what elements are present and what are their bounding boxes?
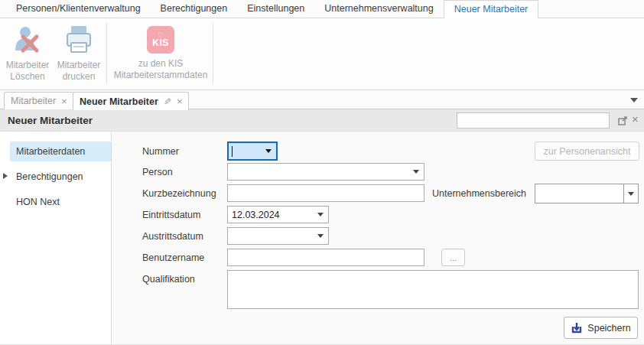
ribbon-tab-einstellungen[interactable]: Einstellungen [237,0,314,18]
kurzbezeichnung-label: Kurzbezeichnung [142,188,216,199]
eintrittsdatum-label: Eintrittsdatum [142,210,200,220]
expander-icon[interactable] [3,173,8,179]
nummer-label: Nummer [142,146,179,157]
doc-tab-label: Neuer Mitarbeiter [80,96,158,107]
save-button-label: Speichern [587,323,630,334]
pencil-icon: ✎ [164,96,171,107]
sidebar-item-label: Mitarbeiterdaten [16,146,85,157]
doc-tab-label: Mitarbeiter [11,96,56,106]
chevron-down-icon[interactable] [317,213,324,216]
print-employee-button[interactable]: Mitarbeiter drucken [54,21,104,86]
text-cursor [232,146,233,157]
eintrittsdatum-value: 12.03.2024 [228,210,317,220]
unternehmensbereich-combobox[interactable] [535,184,639,203]
toolbar-separator [106,23,107,84]
sidebar-item-mitarbeiterdaten[interactable]: Mitarbeiterdaten [10,142,111,161]
save-button[interactable]: Speichern [564,317,638,339]
close-icon[interactable]: × [61,96,67,106]
nummer-combobox[interactable] [227,142,278,161]
printer-icon [63,24,94,55]
ribbon-toolbar: Mitarbeiter Löschen Mitarbeiter drucken … [0,18,644,90]
delete-employee-button[interactable]: Mitarbeiter Löschen [3,21,52,86]
user-delete-icon [12,24,43,55]
popout-icon[interactable] [618,116,628,125]
sidebar-item-berechtigungen[interactable]: Berechtigungen [10,167,111,187]
delete-employee-label: Mitarbeiter Löschen [6,60,50,83]
panel-header: Neuer Mitarbeiter × [0,109,644,132]
qualifikation-textarea[interactable] [227,270,639,309]
ribbon-tab-unternehmensverwaltung[interactable]: Unternehmensverwaltung [314,0,443,18]
content-area: Mitarbeiterdaten Berechtigungen HON Next… [0,132,644,345]
person-combobox[interactable] [227,163,424,181]
application-window: Personen/Klientenverwaltung Berechtigung… [0,0,644,345]
kis-stammdaten-label: zu den KIS Mitarbeiterstammdaten [114,58,208,81]
chevron-down-icon [628,192,634,196]
benutzername-label: Benutzername [142,252,204,263]
save-icon [571,322,583,334]
doc-tab-mitarbeiter[interactable]: Mitarbeiter × [4,92,74,109]
print-employee-label: Mitarbeiter drucken [57,60,101,83]
sidebar: Mitarbeiterdaten Berechtigungen HON Next [0,132,112,345]
unternehmensbereich-value [535,184,623,203]
ribbon-tab-berechtigungen[interactable]: Berechtigungen [151,0,238,18]
page-title: Neuer Mitarbeiter [8,115,93,126]
chevron-down-icon[interactable] [630,98,638,103]
search-input[interactable] [457,112,610,129]
close-icon[interactable]: × [177,96,183,106]
close-icon[interactable]: × [632,113,639,125]
dropdown-button[interactable] [623,184,638,203]
eintrittsdatum-datepicker[interactable]: 12.03.2024 [227,206,329,223]
kis-logo-icon: ♡ KIS [147,26,174,54]
kis-stammdaten-button[interactable]: ♡ KIS zu den KIS Mitarbeiterstammdaten [109,21,212,86]
zur-personenansicht-button[interactable]: zur Personenansicht [535,142,639,161]
chevron-down-icon[interactable] [265,149,272,153]
unternehmensbereich-label: Unternehmensbereich [432,188,526,199]
chevron-down-icon[interactable] [413,170,419,174]
chevron-down-icon[interactable] [317,234,324,238]
austrittsdatum-datepicker[interactable] [227,227,329,245]
ribbon-tab-neuer-mitarbeiter[interactable]: Neuer Mitarbeiter [444,0,539,18]
doc-tab-neuer-mitarbeiter[interactable]: Neuer Mitarbeiter ✎ × [73,92,189,110]
ribbon-tab-bar: Personen/Klientenverwaltung Berechtigung… [0,0,644,18]
austrittsdatum-label: Austrittsdatum [142,231,203,242]
toolbar-separator [213,23,213,84]
browse-button[interactable]: ... [441,249,465,266]
sidebar-item-label: Berechtigungen [16,171,83,182]
kurzbezeichnung-input[interactable] [227,184,424,202]
person-label: Person [142,167,173,177]
ribbon-tab-personen-klientenverwaltung[interactable]: Personen/Klientenverwaltung [6,0,151,18]
sidebar-item-label: HON Next [16,197,60,207]
benutzername-input[interactable] [227,249,424,266]
document-tab-bar: Mitarbeiter × Neuer Mitarbeiter ✎ × [0,90,644,109]
sidebar-item-hon-next[interactable]: HON Next [10,192,111,212]
qualifikation-label: Qualifikation [142,274,195,285]
